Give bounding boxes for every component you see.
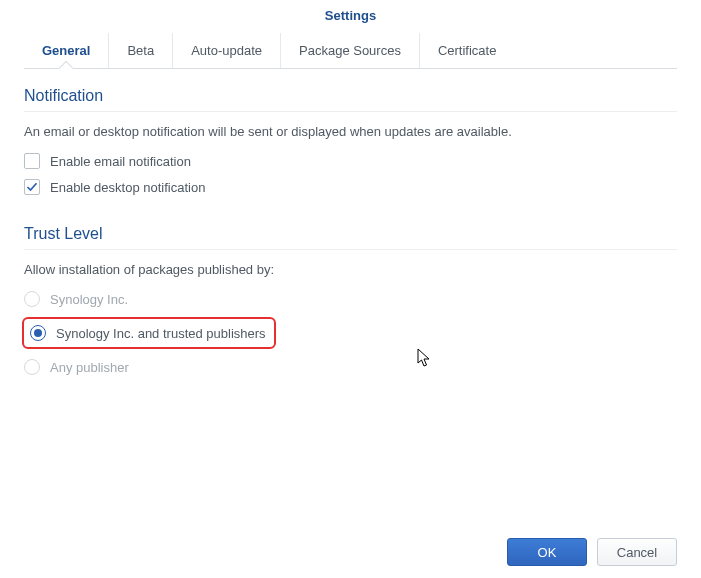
checkbox-email[interactable] bbox=[24, 153, 40, 169]
radio-synology[interactable] bbox=[24, 291, 40, 307]
tab-beta[interactable]: Beta bbox=[109, 33, 173, 68]
radio-trusted[interactable] bbox=[30, 325, 46, 341]
content: Notification An email or desktop notific… bbox=[0, 69, 701, 375]
section-notification: Notification An email or desktop notific… bbox=[24, 87, 677, 195]
ok-button[interactable]: OK bbox=[507, 538, 587, 566]
row-trust-synology[interactable]: Synology Inc. bbox=[24, 291, 677, 307]
radio-any-label: Any publisher bbox=[50, 360, 129, 375]
radio-synology-label: Synology Inc. bbox=[50, 292, 128, 307]
checkbox-desktop[interactable] bbox=[24, 179, 40, 195]
checkbox-desktop-label: Enable desktop notification bbox=[50, 180, 205, 195]
checkbox-email-label: Enable email notification bbox=[50, 154, 191, 169]
row-desktop-notification[interactable]: Enable desktop notification bbox=[24, 179, 677, 195]
checkmark-icon bbox=[26, 181, 38, 193]
tab-package-sources[interactable]: Package Sources bbox=[281, 33, 420, 68]
radio-trusted-label: Synology Inc. and trusted publishers bbox=[56, 326, 266, 341]
dialog-title: Settings bbox=[0, 0, 701, 33]
tab-general[interactable]: General bbox=[24, 33, 109, 68]
row-trust-any[interactable]: Any publisher bbox=[24, 359, 677, 375]
tab-certificate[interactable]: Certificate bbox=[420, 33, 515, 68]
row-email-notification[interactable]: Enable email notification bbox=[24, 153, 677, 169]
trust-desc: Allow installation of packages published… bbox=[24, 262, 677, 277]
cancel-button[interactable]: Cancel bbox=[597, 538, 677, 566]
trust-title: Trust Level bbox=[24, 225, 677, 250]
notification-desc: An email or desktop notification will be… bbox=[24, 124, 677, 139]
notification-title: Notification bbox=[24, 87, 677, 112]
highlight-trusted: Synology Inc. and trusted publishers bbox=[22, 317, 276, 349]
tabs: General Beta Auto-update Package Sources… bbox=[24, 33, 677, 69]
tab-auto-update[interactable]: Auto-update bbox=[173, 33, 281, 68]
footer: OK Cancel bbox=[507, 538, 677, 566]
radio-any[interactable] bbox=[24, 359, 40, 375]
section-trust-level: Trust Level Allow installation of packag… bbox=[24, 225, 677, 375]
